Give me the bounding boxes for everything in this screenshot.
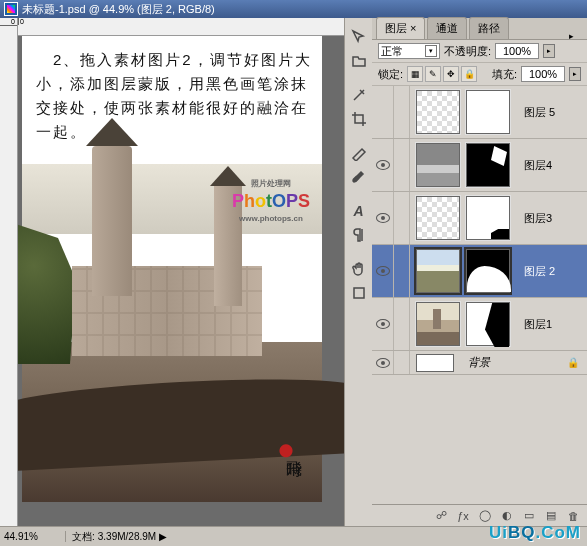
opacity-label: 不透明度:	[444, 44, 491, 59]
document-title-bar: 未标题-1.psd @ 44.9% (图层 2, RGB/8)	[0, 0, 587, 18]
document-title: 未标题-1.psd @ 44.9% (图层 2, RGB/8)	[22, 2, 215, 17]
layer-row[interactable]: 图层1	[372, 298, 587, 351]
blend-mode-value: 正常	[381, 44, 403, 59]
layer-mask-thumb[interactable]	[466, 90, 510, 134]
layer-mask-thumb[interactable]	[466, 143, 510, 187]
visibility-toggle[interactable]	[372, 192, 394, 244]
status-flyout-icon[interactable]: ▶	[159, 531, 167, 542]
folder-icon[interactable]	[348, 50, 370, 72]
layer-thumb[interactable]	[416, 249, 460, 293]
layer-thumb[interactable]	[416, 143, 460, 187]
ruler-vertical: 0	[0, 18, 18, 526]
visibility-toggle[interactable]	[372, 139, 394, 191]
shape-tool-icon[interactable]	[348, 282, 370, 304]
layer-name[interactable]: 图层 5	[524, 105, 555, 120]
layer-row[interactable]: 图层3	[372, 192, 587, 245]
adjustment-layer-icon[interactable]: ◐	[499, 508, 515, 524]
blend-mode-select[interactable]: 正常 ▾	[378, 43, 440, 59]
tab-channels[interactable]: 通道	[427, 17, 467, 39]
fill-input[interactable]: 100%	[521, 66, 565, 82]
seal-stamp: 飛時	[268, 434, 304, 490]
doc-size-label: 文档:	[72, 530, 95, 544]
app-icon	[4, 2, 18, 16]
layer-thumb[interactable]	[416, 302, 460, 346]
layer-style-icon[interactable]: ƒx	[455, 508, 471, 524]
opacity-flyout-icon[interactable]: ▸	[543, 44, 555, 58]
fill-label: 填充:	[492, 67, 517, 82]
tutorial-text: 2、拖入素材图片2，调节好图片大小，添加图层蒙版，用黑色画笔涂抹交接处，使两张素…	[36, 48, 312, 144]
lock-pixels-icon[interactable]: ✎	[425, 66, 441, 82]
lock-position-icon[interactable]: ✥	[443, 66, 459, 82]
new-group-icon[interactable]: ▭	[521, 508, 537, 524]
layer-mask-thumb[interactable]	[466, 196, 510, 240]
layer-name[interactable]: 背景	[468, 355, 490, 370]
fill-flyout-icon[interactable]: ▸	[569, 67, 581, 81]
lock-all-icon[interactable]: 🔒	[461, 66, 477, 82]
vertical-toolbar: A	[344, 18, 372, 526]
layer-thumb[interactable]	[416, 90, 460, 134]
layer-row[interactable]: 图层4	[372, 139, 587, 192]
layer-row[interactable]: 图层 5	[372, 86, 587, 139]
watermark: UiBQ.CoM	[489, 523, 581, 543]
doc-size-value: 3.39M/28.9M	[98, 531, 156, 542]
lock-transparency-icon[interactable]: ▦	[407, 66, 423, 82]
tab-paths[interactable]: 路径	[469, 17, 509, 39]
visibility-toggle[interactable]	[372, 245, 394, 297]
eye-icon	[376, 266, 390, 276]
delete-layer-icon[interactable]: 🗑	[565, 508, 581, 524]
lock-label: 锁定:	[378, 67, 403, 82]
layer-mask-thumb[interactable]	[466, 249, 510, 293]
visibility-toggle[interactable]	[372, 351, 394, 374]
paragraph-icon[interactable]	[348, 224, 370, 246]
layer-row-selected[interactable]: 图层 2	[372, 245, 587, 298]
layer-name[interactable]: 图层1	[524, 317, 552, 332]
visibility-toggle[interactable]	[372, 86, 394, 138]
layers-panel: 图层 × 通道 路径 正常 ▾ 不透明度: 100% ▸ 锁定: ▦ ✎ ✥ 🔒…	[372, 18, 587, 526]
type-tool-icon[interactable]: A	[348, 200, 370, 222]
eye-icon	[376, 160, 390, 170]
opacity-input[interactable]: 100%	[495, 43, 539, 59]
ruler-horizontal: 0	[18, 18, 344, 36]
new-layer-icon[interactable]: ▤	[543, 508, 559, 524]
eye-icon	[376, 213, 390, 223]
layer-name[interactable]: 图层 2	[524, 264, 555, 279]
layer-name[interactable]: 图层4	[524, 158, 552, 173]
hand-tool-icon[interactable]	[348, 258, 370, 280]
add-mask-icon[interactable]: ◯	[477, 508, 493, 524]
layer-row-background[interactable]: 背景 🔒	[372, 351, 587, 375]
layer-thumb[interactable]	[416, 354, 454, 372]
tab-layers[interactable]: 图层 ×	[376, 17, 425, 39]
photops-logo: 照片处理网 PhotOPS www.photops.cn	[232, 178, 310, 225]
wand-tool-icon[interactable]	[348, 84, 370, 106]
slice-tool-icon[interactable]	[348, 142, 370, 164]
brush-tool-icon[interactable]	[348, 166, 370, 188]
visibility-toggle[interactable]	[372, 298, 394, 350]
layer-mask-thumb[interactable]	[466, 302, 510, 346]
document-canvas[interactable]: 2、拖入素材图片2，调节好图片大小，添加图层蒙版，用黑色画笔涂抹交接处，使两张素…	[22, 36, 322, 502]
canvas-viewport[interactable]: 2、拖入素材图片2，调节好图片大小，添加图层蒙版，用黑色画笔涂抹交接处，使两张素…	[18, 36, 344, 526]
chevron-down-icon[interactable]: ▾	[425, 45, 437, 57]
layer-name[interactable]: 图层3	[524, 211, 552, 226]
crop-tool-icon[interactable]	[348, 108, 370, 130]
layer-thumb[interactable]	[416, 196, 460, 240]
eye-icon	[376, 358, 390, 368]
zoom-field[interactable]: 44.91%	[0, 531, 66, 542]
lock-icon: 🔒	[567, 357, 579, 368]
svg-rect-0	[354, 288, 364, 298]
panel-menu-icon[interactable]	[569, 29, 583, 39]
eye-icon	[376, 319, 390, 329]
link-layers-icon[interactable]: ☍	[433, 508, 449, 524]
layers-list[interactable]: 图层 5 图层4	[372, 86, 587, 504]
arrow-tool-icon[interactable]	[348, 26, 370, 48]
